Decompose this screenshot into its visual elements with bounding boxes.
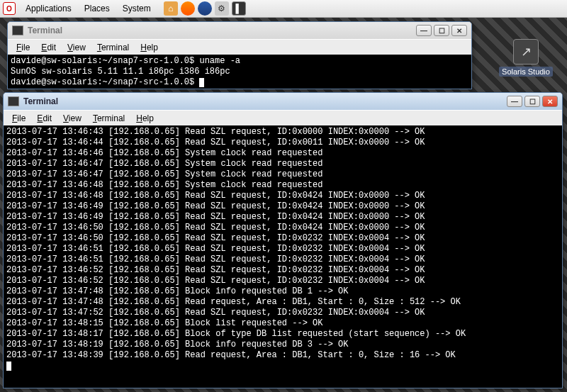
terminal-output[interactable]: 2013-07-17 13:46:43 [192.168.0.65] Read …: [4, 125, 562, 388]
desktop-icon-label: Solaris Studio: [499, 67, 553, 77]
thunderbird-icon[interactable]: [198, 1, 212, 16]
menu-help[interactable]: Help: [136, 41, 162, 54]
terminal-launcher-icon[interactable]: ▌: [232, 1, 246, 16]
maximize-button[interactable]: ☐: [524, 96, 540, 107]
terminal-window-1[interactable]: Terminal — ☐ ✕ FileEditViewTerminalHelp …: [7, 21, 472, 89]
terminal-output[interactable]: davide@sw-solaris:~/snap7-src-1.0.0$ una…: [8, 55, 471, 89]
home-icon[interactable]: ⌂: [164, 1, 178, 16]
menu-terminal[interactable]: Terminal: [93, 41, 133, 54]
cursor: [6, 362, 11, 371]
menu-file[interactable]: File: [12, 41, 34, 54]
cursor: [199, 78, 204, 87]
titlebar[interactable]: Terminal — ☐ ✕: [4, 93, 562, 110]
menu-edit[interactable]: Edit: [33, 112, 56, 125]
panel-menu-system[interactable]: System: [117, 4, 157, 13]
terminal-window-2[interactable]: Terminal — ☐ ✕ FileEditViewTerminalHelp …: [3, 92, 563, 388]
arrow-icon: ↗: [513, 39, 539, 65]
panel-menu-applications[interactable]: Applications: [20, 4, 77, 13]
maximize-button[interactable]: ☐: [434, 25, 449, 36]
menu-edit[interactable]: Edit: [37, 41, 60, 54]
settings-icon[interactable]: ⚙: [215, 1, 229, 16]
gnome-top-panel: O Applications Places System ⌂ ⚙ ▌: [0, 0, 567, 18]
desktop-icon-solaris-studio[interactable]: ↗ Solaris Studio: [498, 39, 554, 76]
minimize-button[interactable]: —: [416, 25, 432, 36]
menu-help[interactable]: Help: [132, 112, 158, 125]
menu-view[interactable]: View: [59, 112, 86, 125]
menubar: FileEditViewTerminalHelp: [8, 39, 471, 55]
close-button[interactable]: ✕: [451, 25, 467, 36]
oracle-logo-icon[interactable]: O: [3, 2, 16, 15]
menu-view[interactable]: View: [63, 41, 90, 54]
panel-menu-places[interactable]: Places: [79, 4, 116, 13]
close-button[interactable]: ✕: [542, 96, 558, 107]
menu-terminal[interactable]: Terminal: [89, 112, 129, 125]
terminal-icon: [12, 26, 23, 35]
menu-file[interactable]: File: [8, 112, 30, 125]
menubar: FileEditViewTerminalHelp: [4, 110, 562, 125]
window-title: Terminal: [28, 26, 62, 35]
minimize-button[interactable]: —: [507, 96, 522, 107]
window-title: Terminal: [23, 96, 58, 106]
terminal-icon: [8, 96, 19, 106]
firefox-icon[interactable]: [181, 1, 195, 16]
titlebar[interactable]: Terminal — ☐ ✕: [8, 22, 471, 39]
